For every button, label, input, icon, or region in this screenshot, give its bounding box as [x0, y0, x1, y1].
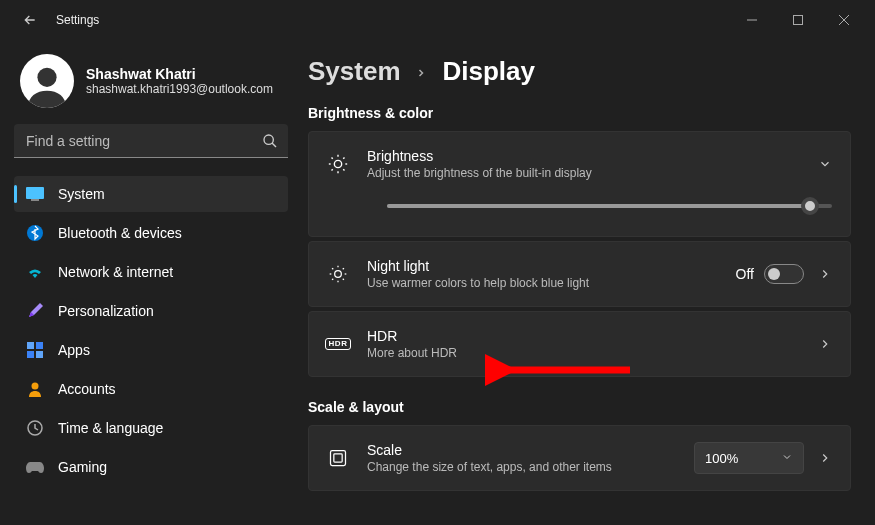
svg-point-4 — [37, 68, 56, 87]
system-icon — [26, 185, 44, 203]
svg-line-6 — [272, 143, 276, 147]
svg-line-33 — [343, 268, 344, 269]
svg-line-30 — [332, 268, 333, 269]
sidebar-item-personalization[interactable]: Personalization — [14, 293, 288, 329]
svg-line-21 — [331, 157, 332, 158]
card-subtitle: More about HDR — [367, 346, 800, 360]
svg-line-32 — [332, 279, 333, 280]
sidebar-item-accounts[interactable]: Accounts — [14, 371, 288, 407]
card-brightness: Brightness Adjust the brightness of the … — [308, 131, 851, 237]
profile-block[interactable]: Shashwat Khatri shashwat.khatri1993@outl… — [14, 54, 288, 108]
chevron-right-icon — [415, 65, 429, 79]
svg-rect-35 — [334, 454, 342, 462]
svg-point-5 — [264, 135, 273, 144]
svg-line-31 — [343, 279, 344, 280]
sidebar-item-system[interactable]: System — [14, 176, 288, 212]
brightness-slider[interactable] — [387, 196, 832, 216]
sidebar-item-apps[interactable]: Apps — [14, 332, 288, 368]
sidebar-item-label: Apps — [58, 342, 90, 358]
sidebar-item-gaming[interactable]: Gaming — [14, 449, 288, 485]
svg-line-22 — [343, 169, 344, 170]
card-hdr[interactable]: HDR HDR More about HDR — [308, 311, 851, 377]
card-scale[interactable]: Scale Change the size of text, apps, and… — [308, 425, 851, 491]
card-subtitle: Use warmer colors to help block blue lig… — [367, 276, 718, 290]
sidebar-item-label: Gaming — [58, 459, 107, 475]
scale-icon — [327, 447, 349, 469]
sidebar-item-label: Accounts — [58, 381, 116, 397]
card-night-light[interactable]: Night light Use warmer colors to help bl… — [308, 241, 851, 307]
hdr-icon: HDR — [327, 333, 349, 355]
svg-rect-12 — [27, 351, 34, 358]
back-button[interactable] — [20, 10, 40, 30]
scale-dropdown[interactable]: 100% — [694, 442, 804, 474]
sun-icon — [327, 263, 349, 285]
avatar — [20, 54, 74, 108]
card-subtitle: Adjust the brightness of the built-in di… — [367, 166, 800, 180]
window-close[interactable] — [821, 4, 867, 36]
app-title: Settings — [56, 13, 99, 27]
chevron-right-icon[interactable] — [818, 337, 832, 351]
card-title: HDR — [367, 328, 800, 344]
svg-rect-13 — [36, 351, 43, 358]
svg-rect-10 — [27, 342, 34, 349]
bluetooth-icon — [26, 224, 44, 242]
accounts-icon — [26, 380, 44, 398]
chevron-down-icon[interactable] — [818, 157, 832, 171]
clock-icon — [26, 419, 44, 437]
breadcrumb-current: Display — [443, 56, 536, 87]
svg-rect-1 — [794, 16, 803, 25]
sidebar-item-label: Personalization — [58, 303, 154, 319]
night-light-toggle[interactable] — [764, 264, 804, 284]
profile-email: shashwat.khatri1993@outlook.com — [86, 82, 273, 96]
svg-point-16 — [334, 160, 341, 167]
breadcrumb-parent[interactable]: System — [308, 56, 401, 87]
profile-name: Shashwat Khatri — [86, 66, 273, 82]
card-title: Scale — [367, 442, 676, 458]
chevron-right-icon[interactable] — [818, 267, 832, 281]
sidebar-item-label: Bluetooth & devices — [58, 225, 182, 241]
svg-point-14 — [32, 383, 39, 390]
svg-rect-7 — [26, 187, 44, 199]
gaming-icon — [26, 458, 44, 476]
sidebar-item-bluetooth[interactable]: Bluetooth & devices — [14, 215, 288, 251]
sidebar-item-label: System — [58, 186, 105, 202]
section-heading-scale: Scale & layout — [308, 399, 851, 415]
sidebar-item-label: Time & language — [58, 420, 163, 436]
svg-rect-8 — [31, 199, 39, 201]
toggle-state-label: Off — [736, 266, 754, 282]
section-heading-brightness: Brightness & color — [308, 105, 851, 121]
sun-icon — [327, 153, 349, 175]
card-subtitle: Change the size of text, apps, and other… — [367, 460, 676, 474]
sidebar-item-time-language[interactable]: Time & language — [14, 410, 288, 446]
search-input[interactable] — [14, 124, 288, 158]
sidebar-item-label: Network & internet — [58, 264, 173, 280]
search-icon — [262, 133, 278, 149]
svg-point-25 — [335, 271, 342, 278]
card-title: Night light — [367, 258, 718, 274]
svg-rect-34 — [331, 451, 346, 466]
svg-line-24 — [343, 157, 344, 158]
apps-icon — [26, 341, 44, 359]
window-minimize[interactable] — [729, 4, 775, 36]
chevron-right-icon[interactable] — [818, 451, 832, 465]
window-maximize[interactable] — [775, 4, 821, 36]
svg-rect-11 — [36, 342, 43, 349]
svg-line-23 — [331, 169, 332, 170]
dropdown-value: 100% — [705, 451, 738, 466]
breadcrumb: System Display — [308, 56, 851, 87]
slider-thumb[interactable] — [801, 197, 819, 215]
chevron-down-icon — [781, 449, 793, 467]
card-title: Brightness — [367, 148, 800, 164]
wifi-icon — [26, 263, 44, 281]
brush-icon — [26, 302, 44, 320]
sidebar-item-network[interactable]: Network & internet — [14, 254, 288, 290]
